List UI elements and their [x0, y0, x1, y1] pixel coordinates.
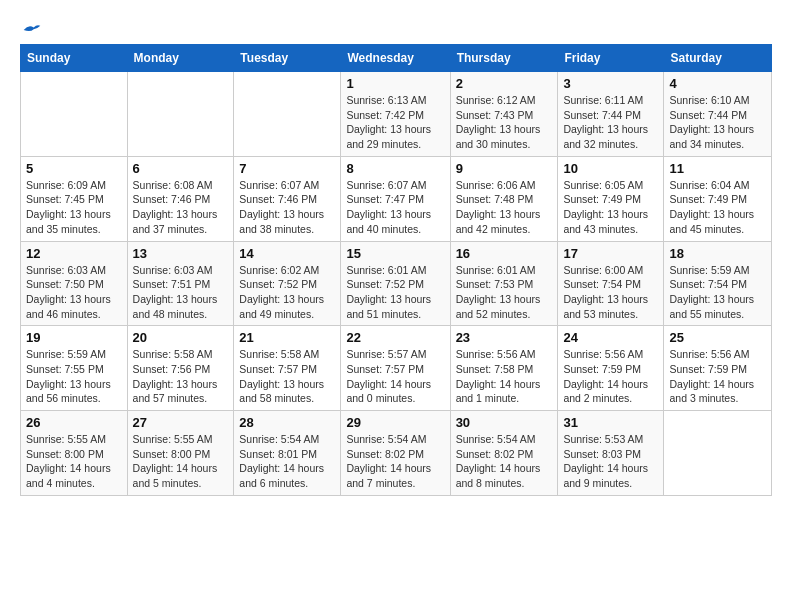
calendar-cell: 26Sunrise: 5:55 AM Sunset: 8:00 PM Dayli… — [21, 411, 128, 496]
day-number: 19 — [26, 330, 122, 345]
calendar-body: 1Sunrise: 6:13 AM Sunset: 7:42 PM Daylig… — [21, 72, 772, 496]
day-info: Sunrise: 6:13 AM Sunset: 7:42 PM Dayligh… — [346, 93, 444, 152]
day-info: Sunrise: 6:11 AM Sunset: 7:44 PM Dayligh… — [563, 93, 658, 152]
day-info: Sunrise: 6:01 AM Sunset: 7:52 PM Dayligh… — [346, 263, 444, 322]
day-info: Sunrise: 6:00 AM Sunset: 7:54 PM Dayligh… — [563, 263, 658, 322]
calendar-cell — [234, 72, 341, 157]
day-number: 10 — [563, 161, 658, 176]
calendar-cell: 8Sunrise: 6:07 AM Sunset: 7:47 PM Daylig… — [341, 156, 450, 241]
weekday-header-monday: Monday — [127, 45, 234, 72]
calendar-cell: 15Sunrise: 6:01 AM Sunset: 7:52 PM Dayli… — [341, 241, 450, 326]
day-number: 26 — [26, 415, 122, 430]
day-info: Sunrise: 5:57 AM Sunset: 7:57 PM Dayligh… — [346, 347, 444, 406]
calendar-cell: 30Sunrise: 5:54 AM Sunset: 8:02 PM Dayli… — [450, 411, 558, 496]
day-info: Sunrise: 6:10 AM Sunset: 7:44 PM Dayligh… — [669, 93, 766, 152]
day-info: Sunrise: 6:03 AM Sunset: 7:50 PM Dayligh… — [26, 263, 122, 322]
day-number: 4 — [669, 76, 766, 91]
calendar-cell: 5Sunrise: 6:09 AM Sunset: 7:45 PM Daylig… — [21, 156, 128, 241]
calendar-week-1: 1Sunrise: 6:13 AM Sunset: 7:42 PM Daylig… — [21, 72, 772, 157]
day-number: 31 — [563, 415, 658, 430]
calendar-cell: 31Sunrise: 5:53 AM Sunset: 8:03 PM Dayli… — [558, 411, 664, 496]
day-number: 7 — [239, 161, 335, 176]
day-number: 30 — [456, 415, 553, 430]
day-number: 28 — [239, 415, 335, 430]
day-info: Sunrise: 5:55 AM Sunset: 8:00 PM Dayligh… — [26, 432, 122, 491]
calendar-cell: 1Sunrise: 6:13 AM Sunset: 7:42 PM Daylig… — [341, 72, 450, 157]
weekday-header-sunday: Sunday — [21, 45, 128, 72]
calendar-cell: 16Sunrise: 6:01 AM Sunset: 7:53 PM Dayli… — [450, 241, 558, 326]
day-info: Sunrise: 6:07 AM Sunset: 7:47 PM Dayligh… — [346, 178, 444, 237]
day-info: Sunrise: 6:05 AM Sunset: 7:49 PM Dayligh… — [563, 178, 658, 237]
day-info: Sunrise: 5:59 AM Sunset: 7:54 PM Dayligh… — [669, 263, 766, 322]
day-info: Sunrise: 5:56 AM Sunset: 7:58 PM Dayligh… — [456, 347, 553, 406]
day-number: 13 — [133, 246, 229, 261]
calendar-cell: 29Sunrise: 5:54 AM Sunset: 8:02 PM Dayli… — [341, 411, 450, 496]
day-info: Sunrise: 5:56 AM Sunset: 7:59 PM Dayligh… — [563, 347, 658, 406]
day-number: 11 — [669, 161, 766, 176]
day-info: Sunrise: 6:12 AM Sunset: 7:43 PM Dayligh… — [456, 93, 553, 152]
calendar-cell: 20Sunrise: 5:58 AM Sunset: 7:56 PM Dayli… — [127, 326, 234, 411]
calendar-cell: 9Sunrise: 6:06 AM Sunset: 7:48 PM Daylig… — [450, 156, 558, 241]
calendar-cell — [664, 411, 772, 496]
calendar-cell: 25Sunrise: 5:56 AM Sunset: 7:59 PM Dayli… — [664, 326, 772, 411]
weekday-header-thursday: Thursday — [450, 45, 558, 72]
day-number: 17 — [563, 246, 658, 261]
weekday-header-saturday: Saturday — [664, 45, 772, 72]
day-info: Sunrise: 5:54 AM Sunset: 8:01 PM Dayligh… — [239, 432, 335, 491]
day-number: 5 — [26, 161, 122, 176]
day-number: 3 — [563, 76, 658, 91]
day-number: 1 — [346, 76, 444, 91]
calendar-cell: 6Sunrise: 6:08 AM Sunset: 7:46 PM Daylig… — [127, 156, 234, 241]
calendar-cell: 10Sunrise: 6:05 AM Sunset: 7:49 PM Dayli… — [558, 156, 664, 241]
calendar-cell: 28Sunrise: 5:54 AM Sunset: 8:01 PM Dayli… — [234, 411, 341, 496]
day-number: 18 — [669, 246, 766, 261]
day-info: Sunrise: 5:56 AM Sunset: 7:59 PM Dayligh… — [669, 347, 766, 406]
day-info: Sunrise: 5:54 AM Sunset: 8:02 PM Dayligh… — [456, 432, 553, 491]
day-number: 25 — [669, 330, 766, 345]
calendar-cell: 27Sunrise: 5:55 AM Sunset: 8:00 PM Dayli… — [127, 411, 234, 496]
day-number: 27 — [133, 415, 229, 430]
calendar-table: SundayMondayTuesdayWednesdayThursdayFrid… — [20, 44, 772, 496]
calendar-cell — [127, 72, 234, 157]
day-number: 24 — [563, 330, 658, 345]
day-number: 15 — [346, 246, 444, 261]
logo — [20, 20, 42, 34]
day-info: Sunrise: 6:02 AM Sunset: 7:52 PM Dayligh… — [239, 263, 335, 322]
day-number: 12 — [26, 246, 122, 261]
weekday-header-friday: Friday — [558, 45, 664, 72]
calendar-week-4: 19Sunrise: 5:59 AM Sunset: 7:55 PM Dayli… — [21, 326, 772, 411]
day-number: 21 — [239, 330, 335, 345]
day-info: Sunrise: 6:03 AM Sunset: 7:51 PM Dayligh… — [133, 263, 229, 322]
day-number: 29 — [346, 415, 444, 430]
day-number: 20 — [133, 330, 229, 345]
calendar-week-2: 5Sunrise: 6:09 AM Sunset: 7:45 PM Daylig… — [21, 156, 772, 241]
day-number: 9 — [456, 161, 553, 176]
day-info: Sunrise: 5:54 AM Sunset: 8:02 PM Dayligh… — [346, 432, 444, 491]
calendar-cell: 19Sunrise: 5:59 AM Sunset: 7:55 PM Dayli… — [21, 326, 128, 411]
day-info: Sunrise: 6:09 AM Sunset: 7:45 PM Dayligh… — [26, 178, 122, 237]
day-number: 22 — [346, 330, 444, 345]
day-number: 23 — [456, 330, 553, 345]
day-number: 2 — [456, 76, 553, 91]
header — [20, 20, 772, 34]
day-info: Sunrise: 6:07 AM Sunset: 7:46 PM Dayligh… — [239, 178, 335, 237]
day-number: 6 — [133, 161, 229, 176]
day-info: Sunrise: 5:55 AM Sunset: 8:00 PM Dayligh… — [133, 432, 229, 491]
day-info: Sunrise: 5:58 AM Sunset: 7:57 PM Dayligh… — [239, 347, 335, 406]
calendar-cell — [21, 72, 128, 157]
day-info: Sunrise: 6:06 AM Sunset: 7:48 PM Dayligh… — [456, 178, 553, 237]
day-info: Sunrise: 5:53 AM Sunset: 8:03 PM Dayligh… — [563, 432, 658, 491]
day-info: Sunrise: 6:04 AM Sunset: 7:49 PM Dayligh… — [669, 178, 766, 237]
calendar-cell: 14Sunrise: 6:02 AM Sunset: 7:52 PM Dayli… — [234, 241, 341, 326]
day-info: Sunrise: 6:01 AM Sunset: 7:53 PM Dayligh… — [456, 263, 553, 322]
logo-bird-icon — [22, 22, 42, 38]
weekday-header-tuesday: Tuesday — [234, 45, 341, 72]
day-number: 16 — [456, 246, 553, 261]
calendar-week-5: 26Sunrise: 5:55 AM Sunset: 8:00 PM Dayli… — [21, 411, 772, 496]
calendar-cell: 11Sunrise: 6:04 AM Sunset: 7:49 PM Dayli… — [664, 156, 772, 241]
day-info: Sunrise: 6:08 AM Sunset: 7:46 PM Dayligh… — [133, 178, 229, 237]
calendar-cell: 18Sunrise: 5:59 AM Sunset: 7:54 PM Dayli… — [664, 241, 772, 326]
day-info: Sunrise: 5:58 AM Sunset: 7:56 PM Dayligh… — [133, 347, 229, 406]
calendar-cell: 23Sunrise: 5:56 AM Sunset: 7:58 PM Dayli… — [450, 326, 558, 411]
calendar-cell: 4Sunrise: 6:10 AM Sunset: 7:44 PM Daylig… — [664, 72, 772, 157]
